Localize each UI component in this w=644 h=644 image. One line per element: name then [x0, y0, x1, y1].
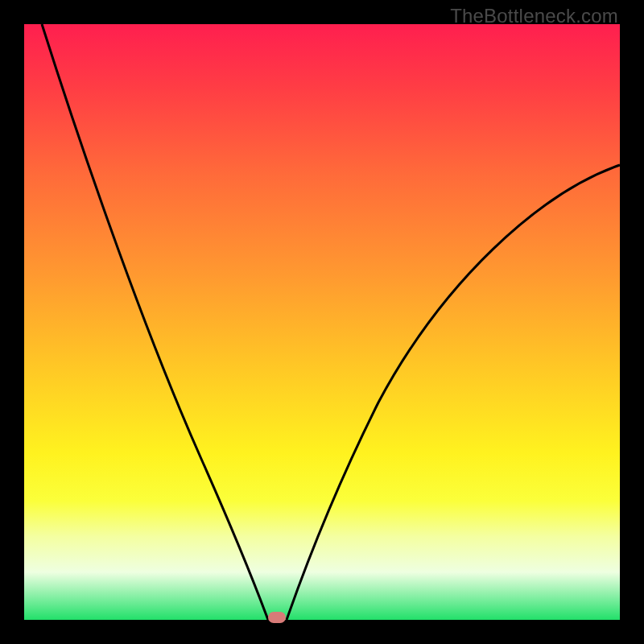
curve-right-branch	[287, 165, 620, 620]
optimum-marker	[268, 612, 286, 623]
plot-area	[24, 24, 620, 620]
chart-frame: TheBottleneck.com	[0, 0, 644, 644]
bottleneck-curve	[24, 24, 620, 620]
curve-left-branch	[42, 24, 268, 620]
source-label: TheBottleneck.com	[450, 5, 618, 27]
